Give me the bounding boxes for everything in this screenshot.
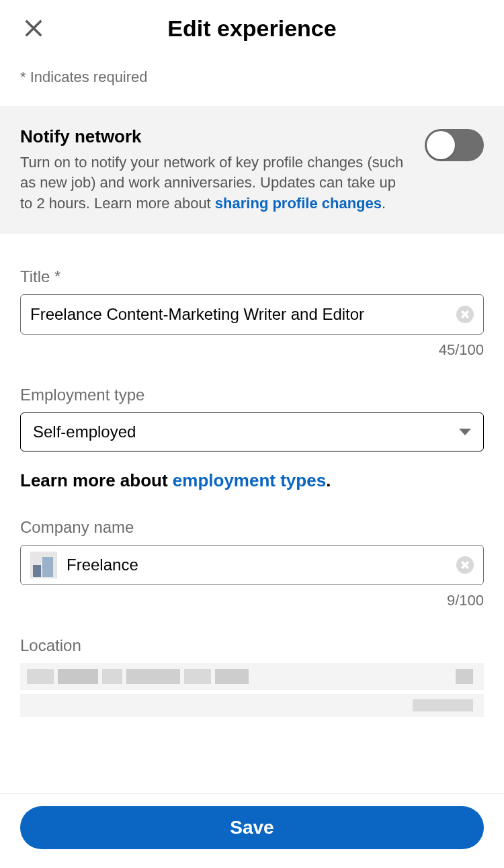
title-field: Title * 45/100 [20, 267, 484, 359]
notify-description: Turn on to notify your network of key pr… [20, 153, 411, 214]
employment-types-link[interactable]: employment types [173, 470, 326, 490]
company-counter: 9/100 [20, 592, 484, 609]
learn-prefix: Learn more about [20, 470, 173, 490]
clear-icon [461, 310, 469, 318]
title-input-wrap[interactable] [20, 294, 484, 335]
required-indicator: * Indicates required [0, 48, 504, 106]
redacted-row [20, 663, 484, 690]
notify-title: Notify network [20, 126, 411, 147]
header: Edit experience [0, 0, 504, 48]
employment-type-select[interactable]: Self-employed [20, 413, 484, 451]
sharing-profile-changes-link[interactable]: sharing profile changes [215, 195, 382, 212]
employment-type-field: Employment type Self-employed Learn more… [20, 386, 484, 491]
company-label: Company name [20, 518, 484, 537]
location-field: Location [20, 636, 484, 717]
title-input[interactable] [30, 305, 456, 324]
save-button[interactable]: Save [20, 806, 484, 849]
employment-type-label: Employment type [20, 386, 484, 404]
employment-types-learn: Learn more about employment types. [20, 470, 484, 491]
location-redacted [20, 663, 484, 717]
company-icon [30, 552, 57, 578]
title-label: Title * [20, 267, 484, 286]
notify-desc-suffix: . [382, 195, 386, 212]
employment-type-value: Self-employed [33, 423, 459, 441]
company-input-wrap[interactable] [20, 545, 484, 585]
company-field: Company name 9/100 [20, 518, 484, 609]
clear-icon [461, 561, 469, 569]
form: Title * 45/100 Employment type Self-empl… [0, 234, 504, 717]
redacted-row [20, 694, 484, 717]
location-label: Location [20, 636, 484, 655]
company-input[interactable] [67, 556, 456, 574]
clear-title-button[interactable] [456, 306, 474, 323]
footer: Save [0, 793, 504, 868]
clear-company-button[interactable] [456, 556, 474, 574]
notify-network-panel: Notify network Turn on to notify your ne… [0, 106, 504, 234]
chevron-down-icon [459, 429, 471, 435]
learn-suffix: . [326, 470, 331, 490]
toggle-knob [427, 131, 455, 159]
notify-network-toggle[interactable] [425, 129, 484, 161]
title-counter: 45/100 [20, 341, 484, 359]
page-title: Edit experience [20, 15, 484, 42]
